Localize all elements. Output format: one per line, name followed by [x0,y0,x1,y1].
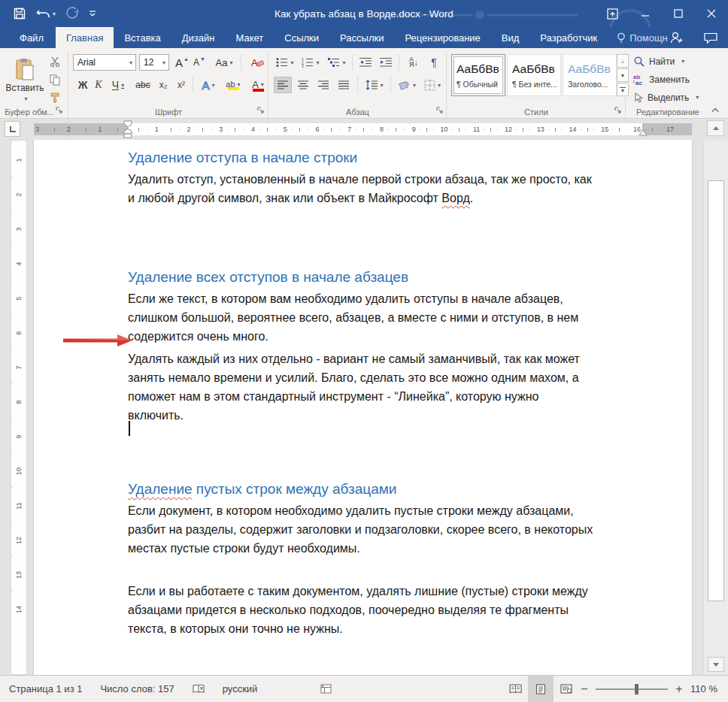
align-left-button[interactable] [274,77,292,93]
bullets-button[interactable]: ▾ [274,54,296,71]
zoom-in-button[interactable]: + [674,682,684,696]
comments-icon[interactable] [704,32,717,44]
style-card[interactable]: АаБбВв¶ Без инте... [507,54,561,96]
eraser-icon: А [251,57,264,68]
sort-button[interactable]: АЯ↓ [403,54,424,71]
macro-recording[interactable] [311,676,341,702]
subscript-button[interactable]: x₂ [155,77,171,93]
show-paragraph-marks-button[interactable]: ¶ [426,54,442,71]
clipboard-dialog-launcher-icon[interactable] [56,107,65,116]
undo-icon[interactable]: ▾ [36,8,56,19]
minimize-icon[interactable] [629,0,662,27]
font-dialog-launcher-icon[interactable] [257,107,266,116]
shading-button[interactable]: ▾ [395,77,419,93]
scroll-down-button[interactable] [708,657,724,672]
strikethrough-button[interactable]: abc [132,77,153,93]
text-effects-button[interactable]: А▾ [197,77,220,93]
font-size-combo[interactable]: 12▾ [139,54,169,71]
vertical-scrollbar[interactable] [703,140,728,675]
tab-Ссылки[interactable]: Ссылки [274,27,329,48]
read-mode-button[interactable] [502,676,528,702]
bold-button[interactable]: Ж [75,77,90,93]
scrollbar-thumb[interactable] [708,180,724,601]
page-indicator[interactable]: Страница 1 из 1 [0,676,91,702]
borders-button[interactable]: ▾ [420,77,444,93]
language-indicator[interactable]: русский [214,676,267,702]
tab-stop-selector[interactable] [5,121,20,137]
replace-button[interactable]: abac Заменить [632,71,690,87]
doc-paragraph[interactable]: Если документ, в котором необходимо удал… [128,501,593,558]
doc-paragraph[interactable]: Если и вы работаете с таким документом, … [128,582,588,638]
doc-paragraph[interactable]: Если же текст, в котором вам необходимо … [128,289,578,346]
tab-Файл[interactable]: Файл [8,27,56,48]
justify-button[interactable] [335,77,353,93]
numbering-button[interactable]: 123▾ [299,54,322,71]
doc-heading[interactable]: Удаление отступа в начале строки [128,148,357,167]
underline-button[interactable]: Ч▾ [107,77,129,93]
doc-heading[interactable]: Удаление всех отступов в начале абзацев [128,268,408,286]
customize-qat-icon[interactable] [89,10,96,17]
zoom-level[interactable]: 110 % [684,683,728,694]
select-button[interactable]: Выделить▾ [634,89,699,105]
redo-icon[interactable] [66,8,78,19]
change-case-button[interactable]: Aa▾ [212,54,236,71]
superscript-button[interactable]: x² [173,77,190,93]
increase-indent-button[interactable] [377,54,395,71]
font-name-combo[interactable]: Arial▾ [73,54,136,71]
proofing-status[interactable] [184,676,214,702]
doc-line: Удалять каждый из них отдельно - вариант… [128,349,580,368]
decrease-indent-button[interactable] [356,54,375,71]
right-indent-marker[interactable] [639,129,648,136]
tab-Макет[interactable]: Макет [225,27,274,48]
print-layout-button[interactable] [528,676,554,702]
document-page[interactable]: Удаление отступа в начале строкиУдалить … [34,140,692,675]
grow-font-button[interactable]: А▲ [174,54,190,71]
format-painter-button[interactable] [47,90,63,105]
align-center-button[interactable] [294,77,312,93]
tab-Разработчик[interactable]: Разработчик [529,27,608,48]
ribbon-display-options-icon[interactable] [596,0,629,27]
tab-Рецензирование[interactable]: Рецензирование [394,27,490,48]
tab-Вид[interactable]: Вид [491,27,530,48]
collapse-ribbon-icon[interactable] [711,107,720,116]
multilevel-list-button[interactable]: ▾ [325,54,349,71]
share-user-icon[interactable] [670,32,684,44]
line-spacing-icon [366,80,378,90]
italic-button[interactable]: К [92,77,105,93]
undo-dropdown-icon[interactable]: ▾ [53,11,56,17]
zoom-out-button[interactable]: − [579,682,590,696]
style-card[interactable]: АаБбВв¶ Обычный [451,54,505,96]
zoom-slider-handle[interactable] [635,684,639,694]
cut-button[interactable] [47,54,63,69]
align-right-button[interactable] [314,77,332,93]
clear-formatting-button[interactable]: А [248,54,266,71]
tab-Рассылки[interactable]: Рассылки [329,27,394,48]
tab-Главная[interactable]: Главная [56,27,114,48]
word-count[interactable]: Число слов: 157 [91,676,183,702]
scroll-up-button[interactable] [707,120,724,136]
paragraph-dialog-launcher-icon[interactable] [436,107,445,116]
line-spacing-button[interactable]: ▾ [362,77,387,93]
tab-Вставка[interactable]: Вставка [114,27,171,48]
doc-paragraph[interactable]: Удалить отступ, установленный в начале п… [128,170,592,207]
shrink-font-button[interactable]: А▼ [192,54,207,71]
horizontal-ruler[interactable]: 3··2··1·· ··1··2··3··4··5··6··7··8··9··1… [34,123,692,135]
styles-dialog-launcher-icon[interactable] [614,107,623,116]
highlight-button[interactable]: ab▾ [221,77,245,93]
tell-me-tab[interactable]: Помощн [617,27,668,48]
copy-button[interactable] [47,72,63,87]
maximize-icon[interactable] [662,0,695,27]
save-icon[interactable] [14,8,26,20]
style-card[interactable]: АаБбВвЗаголово... [563,54,617,96]
font-color-button[interactable]: А▾ [247,77,269,93]
close-icon[interactable] [695,0,728,27]
web-layout-button[interactable] [554,676,579,702]
zoom-slider[interactable] [596,688,668,690]
indent-markers[interactable] [123,120,132,138]
find-button[interactable]: Найти▾ [634,53,684,69]
paste-button[interactable]: Вставить ▾ [6,53,44,107]
doc-paragraph[interactable]: Удалять каждый из них отдельно - вариант… [128,349,580,425]
vertical-ruler[interactable]: ·1·2·3·4·5·6·7·8·9·10·11·12·13·14 [11,140,27,675]
doc-heading[interactable]: Удаление пустых строк между абзацами [128,480,396,498]
tab-Дизайн[interactable]: Дизайн [171,27,226,48]
